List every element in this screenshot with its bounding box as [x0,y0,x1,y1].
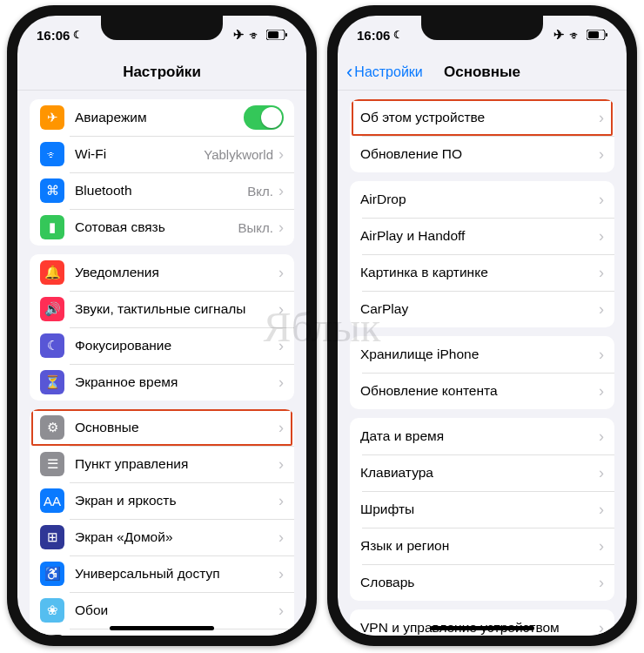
airplane-icon: ✈ [40,105,64,130]
settings-group: ✈АвиарежимᯤWi-FiYablykworld›⌘BluetoothВк… [30,99,294,246]
dnd-moon-icon: ☾ [393,29,403,41]
chevron-right-icon: › [599,620,604,636]
settings-row[interactable]: ✈Авиарежим [30,99,294,136]
settings-row[interactable]: ⚙Основные› [30,409,294,446]
focus-icon: ☾ [40,333,64,358]
settings-row[interactable]: Шрифты› [350,491,614,528]
dnd-moon-icon: ☾ [73,29,83,41]
settings-row[interactable]: ▮Сотовая связьВыкл.› [30,209,294,246]
chevron-right-icon: › [599,228,604,244]
settings-row[interactable]: 🔔Уведомления› [30,254,294,291]
notch [421,16,543,40]
settings-row[interactable]: AirPlay и Handoff› [350,218,614,254]
page-title: Настройки [123,64,201,81]
settings-group: ⚙Основные›☰Пункт управления›AAЭкран и яр… [30,409,294,636]
row-label: Клавиатура [360,465,599,481]
svg-rect-4 [588,31,599,38]
chevron-right-icon: › [278,529,284,545]
chevron-right-icon: › [599,347,604,362]
settings-row[interactable]: ❀Обои› [30,592,294,629]
back-label: Настройки [354,64,422,80]
gear-icon: ⚙ [40,415,64,440]
chevron-right-icon: › [599,383,604,399]
home-indicator[interactable] [430,626,534,630]
row-label: Звуки, тактильные сигналы [75,301,278,317]
settings-row[interactable]: Дата и время› [350,418,614,454]
iphone-frame-left: 16:06 ☾ ✈ ᯤ Настройки ✈АвиарежимᯤWi-FiYa… [7,5,317,646]
settings-row[interactable]: ☰Пункт управления› [30,446,294,482]
row-label: AirPlay и Handoff [360,228,599,244]
back-button[interactable]: ‹ Настройки [346,54,423,90]
control-icon: ☰ [40,452,64,476]
chevron-right-icon: › [278,146,284,162]
settings-row[interactable]: ⏳Экранное время› [30,364,294,401]
row-label: Универсальный доступ [75,566,278,582]
settings-row[interactable]: Обновление контента› [350,373,614,409]
row-label: Шрифты [360,502,599,517]
settings-group: Об этом устройстве›Обновление ПО› [350,99,614,172]
settings-group: Хранилище iPhone›Обновление контента› [350,336,614,409]
svg-rect-5 [606,33,607,37]
row-label: Фокусирование [75,338,278,353]
settings-row[interactable]: Словарь› [350,564,614,601]
row-label: Экранное время [75,374,278,390]
screen-left: 16:06 ☾ ✈ ᯤ Настройки ✈АвиарежимᯤWi-FiYa… [17,16,306,636]
content-right[interactable]: Об этом устройстве›Обновление ПО›AirDrop… [338,91,627,636]
settings-group: AirDrop›AirPlay и Handoff›Картинка в кар… [350,181,614,327]
settings-row[interactable]: Язык и регион› [350,528,614,564]
row-label: Экран и яркость [75,493,278,508]
settings-row[interactable]: AirDrop› [350,181,614,218]
settings-row[interactable]: VPN и управление устройством› [350,609,614,636]
row-label: Экран «Домой» [75,529,278,545]
settings-row[interactable]: ☾Фокусирование› [30,327,294,364]
siri-icon: ◉ [40,635,64,636]
row-label: Словарь [360,575,599,590]
chevron-right-icon: › [599,465,604,481]
row-label: Обновление ПО [360,146,599,162]
navbar-left: Настройки [17,54,306,91]
chevron-right-icon: › [278,301,284,317]
settings-row[interactable]: 🔊Звуки, тактильные сигналы› [30,291,294,327]
chevron-right-icon: › [599,265,604,280]
chevron-right-icon: › [278,374,284,390]
airplane-status-icon: ✈ [553,27,565,43]
toggle-switch[interactable] [244,105,284,130]
settings-row[interactable]: Хранилище iPhone› [350,336,614,373]
chevron-right-icon: › [278,493,284,508]
airplane-status-icon: ✈ [233,27,245,43]
row-label: Bluetooth [75,183,247,199]
chevron-right-icon: › [278,338,284,353]
settings-group: Дата и время›Клавиатура›Шрифты›Язык и ре… [350,418,614,601]
chevron-right-icon: › [599,428,604,444]
svg-rect-2 [285,33,287,37]
chevron-right-icon: › [278,265,284,280]
row-value: Yablykworld [204,147,273,162]
row-label: Уведомления [75,265,278,280]
home-indicator[interactable] [110,626,214,630]
settings-row[interactable]: ♿Универсальный доступ› [30,555,294,592]
svg-rect-1 [268,31,278,38]
row-label: Язык и регион [360,538,599,554]
row-label: Пункт управления [75,456,278,472]
settings-row[interactable]: ᯤWi-FiYablykworld› [30,136,294,172]
status-time: 16:06 [37,28,70,43]
sound-icon: 🔊 [40,297,64,321]
chevron-right-icon: › [599,146,604,162]
settings-row[interactable]: ⊞Экран «Домой»› [30,519,294,555]
settings-row[interactable]: Картинка в картинке› [350,254,614,291]
settings-row[interactable]: AAЭкран и яркость› [30,482,294,519]
settings-row[interactable]: Обновление ПО› [350,136,614,172]
chevron-right-icon: › [599,575,604,590]
settings-row[interactable]: Об этом устройстве› [350,99,614,136]
chevron-right-icon: › [599,110,604,125]
chevron-right-icon: › [599,502,604,517]
row-label: Дата и время [360,428,599,444]
settings-row[interactable]: Клавиатура› [350,454,614,491]
battery-status-icon [587,30,607,40]
row-label: Хранилище iPhone [360,347,599,362]
content-left[interactable]: ✈АвиарежимᯤWi-FiYablykworld›⌘BluetoothВк… [17,91,306,636]
settings-row[interactable]: CarPlay› [350,291,614,327]
home-icon: ⊞ [40,525,64,549]
screentime-icon: ⏳ [40,370,64,394]
settings-row[interactable]: ⌘BluetoothВкл.› [30,172,294,209]
